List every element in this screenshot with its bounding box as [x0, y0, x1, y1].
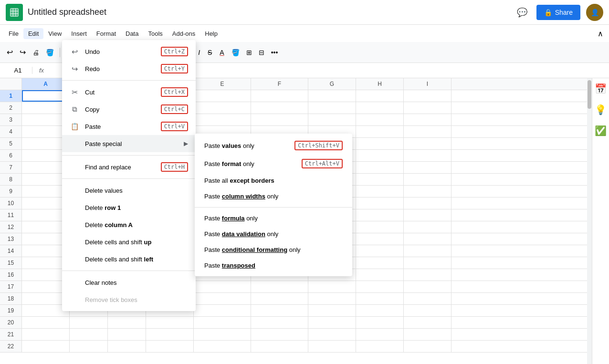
grid-cell[interactable] — [404, 138, 452, 149]
grid-cell[interactable] — [308, 90, 356, 102]
grid-cell[interactable] — [194, 329, 251, 340]
row-number[interactable]: 7 — [0, 162, 22, 173]
paste-values-item[interactable]: Paste values only Ctrl+Shift+V — [195, 136, 352, 155]
grid-cell[interactable] — [356, 90, 404, 102]
col-header-f[interactable]: F — [251, 78, 308, 90]
grid-cell[interactable] — [308, 281, 356, 292]
grid-cell[interactable] — [251, 341, 308, 352]
row-number[interactable]: 21 — [0, 329, 22, 340]
grid-cell[interactable] — [70, 329, 108, 340]
grid-cell[interactable] — [404, 174, 452, 185]
share-button[interactable]: 🔒 Share — [536, 5, 580, 20]
grid-cell[interactable] — [108, 317, 146, 328]
grid-cell[interactable] — [22, 317, 70, 328]
grid-cell[interactable] — [356, 126, 404, 137]
row-number[interactable]: 13 — [0, 233, 22, 245]
grid-cell[interactable] — [251, 305, 308, 316]
grid-cell[interactable] — [251, 293, 308, 304]
cell-reference[interactable]: A1 — [4, 67, 32, 74]
menu-item-edit[interactable]: Edit — [23, 28, 43, 39]
grid-cell[interactable] — [404, 305, 452, 316]
row-number[interactable]: 11 — [0, 209, 22, 221]
grid-cell[interactable] — [251, 281, 308, 292]
grid-cell[interactable] — [194, 341, 251, 352]
grid-cell[interactable] — [146, 329, 194, 340]
collapse-icon[interactable]: ∧ — [596, 27, 605, 40]
paste-col-widths-item[interactable]: Paste column widths only — [195, 188, 352, 204]
grid-cell[interactable] — [194, 317, 251, 328]
row-number[interactable]: 2 — [0, 102, 22, 114]
grid-cell[interactable] — [356, 317, 404, 328]
grid-cell[interactable] — [70, 317, 108, 328]
grid-cell[interactable] — [404, 329, 452, 340]
col-header-i[interactable]: I — [404, 78, 452, 90]
row-number[interactable]: 9 — [0, 186, 22, 197]
print-button[interactable]: 🖨 — [30, 47, 42, 58]
paste-conditional-formatting-item[interactable]: Paste conditional formatting only — [195, 242, 352, 258]
grid-cell[interactable] — [404, 233, 452, 245]
grid-cell[interactable] — [308, 341, 356, 352]
lightbulb-icon[interactable]: 💡 — [594, 103, 608, 116]
grid-cell[interactable] — [108, 341, 146, 352]
grid-cell[interactable] — [251, 317, 308, 328]
menu-item-tools[interactable]: Tools — [143, 28, 167, 39]
edit-menu-find-replace[interactable]: Find and replace Ctrl+H — [62, 158, 196, 176]
grid-cell[interactable] — [194, 293, 251, 304]
menu-item-file[interactable]: File — [4, 28, 23, 39]
edit-menu-delete-col[interactable]: Delete column A — [62, 216, 196, 233]
edit-menu-paste[interactable]: 📋 Paste Ctrl+V — [62, 118, 196, 135]
more-button[interactable]: ••• — [268, 47, 281, 58]
edit-menu-copy[interactable]: ⧉ Copy Ctrl+C — [62, 101, 196, 118]
grid-cell[interactable] — [146, 341, 194, 352]
row-number[interactable]: 1 — [0, 90, 22, 102]
grid-cell[interactable] — [404, 209, 452, 221]
grid-cell[interactable] — [404, 269, 452, 281]
grid-cell[interactable] — [404, 317, 452, 328]
grid-cell[interactable] — [22, 341, 70, 352]
row-number[interactable]: 19 — [0, 305, 22, 316]
grid-cell[interactable] — [404, 257, 452, 269]
col-header-h[interactable]: H — [356, 78, 404, 90]
paste-transposed-item[interactable]: Paste transposed — [195, 258, 352, 273]
col-header-e[interactable]: E — [194, 78, 251, 90]
edit-menu-delete-shift-up[interactable]: Delete cells and shift up — [62, 233, 196, 250]
grid-cell[interactable] — [404, 221, 452, 233]
row-number[interactable]: 18 — [0, 293, 22, 304]
grid-cell[interactable] — [404, 150, 452, 161]
grid-cell[interactable] — [356, 174, 404, 185]
row-number[interactable]: 20 — [0, 317, 22, 328]
check-circle-icon[interactable]: ✅ — [594, 124, 608, 137]
grid-cell[interactable] — [404, 114, 452, 125]
row-number[interactable]: 14 — [0, 245, 22, 257]
row-number[interactable]: 3 — [0, 114, 22, 125]
grid-cell[interactable] — [404, 102, 452, 114]
row-number[interactable]: 17 — [0, 281, 22, 292]
grid-cell[interactable] — [356, 305, 404, 316]
grid-cell[interactable] — [308, 114, 356, 125]
grid-cell[interactable] — [356, 221, 404, 233]
edit-menu-undo[interactable]: ↩ Undo Ctrl+Z — [62, 43, 196, 60]
grid-cell[interactable] — [356, 341, 404, 352]
grid-cell[interactable] — [356, 293, 404, 304]
row-number[interactable]: 12 — [0, 221, 22, 233]
row-number[interactable]: 16 — [0, 269, 22, 281]
grid-cell[interactable] — [308, 102, 356, 114]
edit-menu-delete-shift-left[interactable]: Delete cells and shift left — [62, 250, 196, 268]
grid-cell[interactable] — [251, 90, 308, 102]
text-color-button[interactable]: A — [216, 47, 227, 58]
grid-cell[interactable] — [356, 281, 404, 292]
avatar[interactable]: 👤 — [586, 4, 603, 21]
grid-cell[interactable] — [404, 245, 452, 257]
redo-button[interactable]: ↪ — [17, 46, 29, 59]
italic-button[interactable]: I — [195, 47, 203, 58]
grid-cell[interactable] — [404, 293, 452, 304]
grid-cell[interactable] — [404, 90, 452, 102]
menu-item-help[interactable]: Help — [200, 28, 222, 39]
grid-cell[interactable] — [194, 281, 251, 292]
grid-cell[interactable] — [356, 257, 404, 269]
grid-cell[interactable] — [356, 114, 404, 125]
comments-button[interactable]: 💬 — [514, 4, 531, 21]
grid-cell[interactable] — [251, 102, 308, 114]
edit-menu-clear-notes[interactable]: Clear notes — [62, 274, 196, 291]
menu-item-insert[interactable]: Insert — [66, 28, 92, 39]
